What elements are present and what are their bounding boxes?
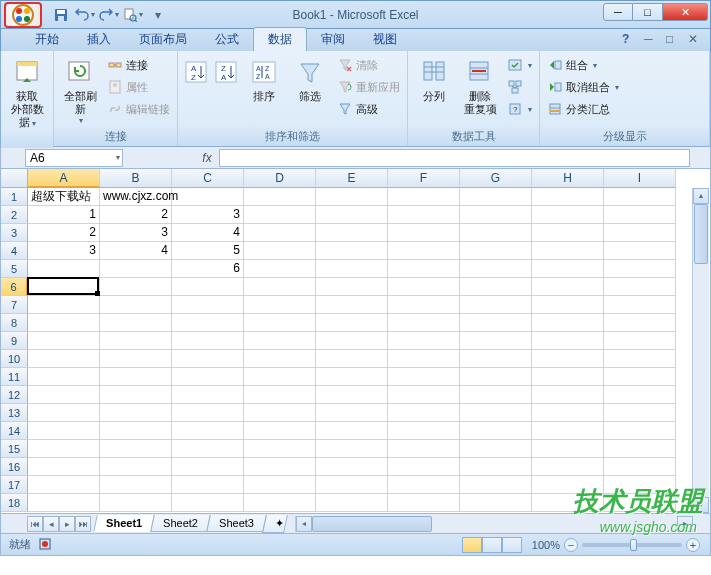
cell[interactable] bbox=[388, 278, 460, 296]
cell[interactable] bbox=[604, 206, 676, 224]
row-header[interactable]: 5 bbox=[1, 260, 28, 278]
cell[interactable] bbox=[244, 440, 316, 458]
cell[interactable] bbox=[244, 188, 316, 206]
cell[interactable] bbox=[172, 314, 244, 332]
zoom-out-button[interactable]: − bbox=[564, 538, 578, 552]
cell[interactable]: 1 bbox=[28, 206, 100, 224]
column-header[interactable]: E bbox=[316, 169, 388, 188]
cell[interactable] bbox=[604, 494, 676, 512]
cell[interactable] bbox=[460, 404, 532, 422]
cell[interactable] bbox=[388, 350, 460, 368]
row-header[interactable]: 2 bbox=[1, 206, 28, 224]
cell[interactable] bbox=[28, 260, 100, 278]
cell[interactable] bbox=[388, 494, 460, 512]
tab-nav-next-icon[interactable]: ▸ bbox=[59, 516, 75, 532]
close-workbook-icon[interactable]: ✕ bbox=[688, 32, 702, 46]
cell[interactable] bbox=[316, 476, 388, 494]
cell[interactable] bbox=[172, 404, 244, 422]
cell[interactable] bbox=[460, 368, 532, 386]
cell[interactable] bbox=[244, 242, 316, 260]
cell[interactable] bbox=[532, 260, 604, 278]
cell[interactable]: 6 bbox=[172, 260, 244, 278]
horizontal-scrollbar[interactable]: ◂ ▸ bbox=[295, 516, 710, 532]
row-header[interactable]: 3 bbox=[1, 224, 28, 242]
cell[interactable] bbox=[604, 242, 676, 260]
cell[interactable] bbox=[604, 278, 676, 296]
cell[interactable] bbox=[604, 404, 676, 422]
office-button[interactable] bbox=[4, 2, 42, 28]
cell[interactable] bbox=[316, 350, 388, 368]
row-header[interactable]: 10 bbox=[1, 350, 28, 368]
zoom-slider-knob[interactable] bbox=[630, 539, 637, 551]
cell[interactable] bbox=[244, 422, 316, 440]
group-button[interactable]: 组合▾ bbox=[544, 54, 622, 76]
cell[interactable] bbox=[100, 332, 172, 350]
cell[interactable] bbox=[388, 440, 460, 458]
cell[interactable] bbox=[172, 476, 244, 494]
cell[interactable] bbox=[244, 458, 316, 476]
tab-formulas[interactable]: 公式 bbox=[201, 28, 253, 51]
maximize-button[interactable]: □ bbox=[633, 3, 663, 21]
cell[interactable] bbox=[316, 260, 388, 278]
cell[interactable] bbox=[460, 206, 532, 224]
zoom-slider[interactable] bbox=[582, 543, 682, 547]
zoom-level[interactable]: 100% bbox=[532, 539, 560, 551]
cell[interactable]: 5 bbox=[172, 242, 244, 260]
filter-button[interactable]: 筛选 bbox=[288, 54, 332, 105]
normal-view-button[interactable] bbox=[462, 537, 482, 553]
column-header[interactable]: D bbox=[244, 169, 316, 188]
close-button[interactable]: ✕ bbox=[663, 3, 708, 21]
zoom-in-button[interactable]: + bbox=[686, 538, 700, 552]
cell[interactable]: 4 bbox=[100, 242, 172, 260]
cell[interactable] bbox=[28, 386, 100, 404]
cell[interactable] bbox=[532, 440, 604, 458]
cell[interactable]: 3 bbox=[100, 224, 172, 242]
row-header[interactable]: 14 bbox=[1, 422, 28, 440]
cell[interactable] bbox=[388, 332, 460, 350]
row-header[interactable]: 8 bbox=[1, 314, 28, 332]
row-header[interactable]: 6 bbox=[1, 278, 28, 296]
cell[interactable] bbox=[100, 440, 172, 458]
cell[interactable] bbox=[244, 314, 316, 332]
cell[interactable] bbox=[388, 314, 460, 332]
row-header[interactable]: 7 bbox=[1, 296, 28, 314]
sheet-tab[interactable]: Sheet1 bbox=[93, 515, 155, 532]
cell[interactable] bbox=[460, 296, 532, 314]
cell[interactable] bbox=[172, 188, 244, 206]
row-header[interactable]: 16 bbox=[1, 458, 28, 476]
cell[interactable] bbox=[28, 332, 100, 350]
cell[interactable] bbox=[100, 368, 172, 386]
cell[interactable] bbox=[172, 440, 244, 458]
cell[interactable] bbox=[244, 224, 316, 242]
cell[interactable] bbox=[316, 440, 388, 458]
row-header[interactable]: 15 bbox=[1, 440, 28, 458]
cell[interactable] bbox=[532, 242, 604, 260]
cell[interactable] bbox=[28, 314, 100, 332]
vertical-scrollbar[interactable]: ▴ ▾ bbox=[692, 188, 709, 513]
cell[interactable] bbox=[532, 422, 604, 440]
cell[interactable] bbox=[460, 242, 532, 260]
macro-record-icon[interactable] bbox=[39, 538, 51, 552]
cell[interactable] bbox=[244, 278, 316, 296]
advanced-filter-button[interactable]: 高级 bbox=[334, 98, 403, 120]
tab-view[interactable]: 视图 bbox=[359, 28, 411, 51]
column-header[interactable]: A bbox=[28, 169, 100, 188]
cell[interactable] bbox=[244, 494, 316, 512]
qat-customize-icon[interactable]: ▾ bbox=[147, 5, 167, 25]
cell[interactable] bbox=[604, 224, 676, 242]
cell[interactable] bbox=[316, 494, 388, 512]
cell[interactable] bbox=[460, 494, 532, 512]
sheet-tab[interactable]: Sheet2 bbox=[150, 515, 210, 532]
cell[interactable] bbox=[100, 494, 172, 512]
tab-data[interactable]: 数据 bbox=[253, 27, 307, 51]
cell[interactable] bbox=[460, 350, 532, 368]
cell[interactable] bbox=[316, 206, 388, 224]
cell[interactable] bbox=[244, 206, 316, 224]
row-header[interactable]: 18 bbox=[1, 494, 28, 512]
cell[interactable]: 超级下载站 bbox=[28, 188, 100, 206]
cell[interactable] bbox=[388, 296, 460, 314]
scroll-thumb-v[interactable] bbox=[694, 204, 708, 264]
scroll-up-icon[interactable]: ▴ bbox=[693, 188, 709, 204]
column-header[interactable]: I bbox=[604, 169, 676, 188]
sort-az-button[interactable]: AZ bbox=[182, 54, 210, 90]
